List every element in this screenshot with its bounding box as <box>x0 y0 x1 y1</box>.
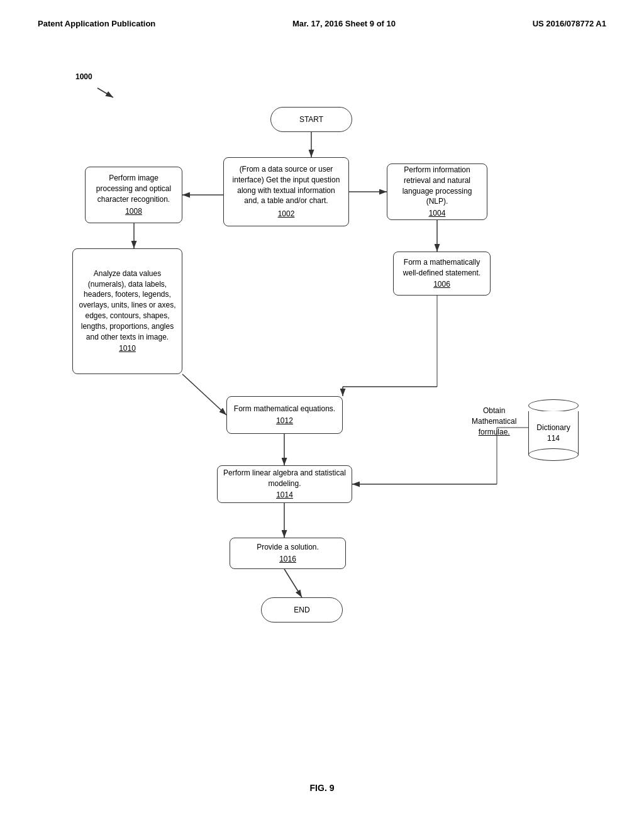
node-1002: (From a data source or user interface) G… <box>223 157 349 226</box>
node-1008-ref: 1008 <box>125 207 142 216</box>
figure-caption: FIG. 9 <box>38 783 606 793</box>
node-1012: Form mathematical equations. 1012 <box>226 396 343 434</box>
header-patent-number: US 2016/078772 A1 <box>533 19 606 28</box>
svg-line-16 <box>284 569 302 597</box>
node-1004: Perform information retrieval and natura… <box>387 163 487 220</box>
node-1010-ref: 1010 <box>119 344 136 353</box>
node-1014-ref: 1014 <box>276 490 293 499</box>
end-node: END <box>261 597 343 622</box>
node-1016-ref: 1016 <box>279 555 296 563</box>
dictionary-cylinder: Dictionary114 <box>528 399 579 455</box>
cylinder-bottom-cap <box>528 448 579 461</box>
node-1008: Perform image processing and optical cha… <box>85 167 182 223</box>
node-1014: Perform linear algebra and statistical m… <box>217 465 352 503</box>
start-node: START <box>270 107 352 132</box>
node-1010: Analyze data values (numerals), data lab… <box>72 248 182 374</box>
flowchart-diagram: 1000 START (From a data source or user i… <box>38 35 606 777</box>
node-1006: Form a mathematically well-defined state… <box>393 252 491 296</box>
node-1002-ref: 1002 <box>278 209 295 218</box>
diagram-label: 1000 <box>75 72 92 81</box>
node-1002-text: (From a data source or user interface) G… <box>229 164 343 206</box>
node-1006-ref: 1006 <box>433 280 450 289</box>
node-1012-ref: 1012 <box>276 416 293 425</box>
page: Patent Application Publication Mar. 17, … <box>0 0 644 830</box>
svg-line-7 <box>182 374 226 415</box>
node-1016: Provide a solution. 1016 <box>230 538 346 569</box>
header-publication-label: Patent Application Publication <box>38 19 155 28</box>
page-header: Patent Application Publication Mar. 17, … <box>38 19 606 28</box>
cylinder-top <box>528 399 579 412</box>
obtain-formulae-label: ObtainMathematicalformulae. <box>472 406 516 437</box>
svg-line-1 <box>97 88 113 97</box>
header-date-sheet: Mar. 17, 2016 Sheet 9 of 10 <box>292 19 396 28</box>
cylinder-body: Dictionary114 <box>528 411 579 455</box>
node-1004-ref: 1004 <box>429 209 446 218</box>
